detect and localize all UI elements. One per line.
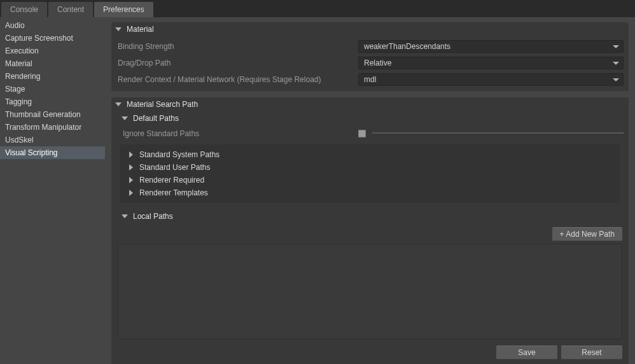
fold-label: Renderer Required — [139, 176, 204, 185]
ignore-paths-track — [372, 132, 624, 135]
sidebar-item-usdskel[interactable]: UsdSkel — [0, 134, 105, 146]
fold-standard-system-paths[interactable]: Standard System Paths — [120, 148, 620, 161]
preferences-sidebar: Audio Capture Screenshot Execution Mater… — [0, 17, 105, 364]
sidebar-item-thumbnail-generation[interactable]: Thumbnail Generation — [0, 108, 105, 121]
chevron-down-icon — [115, 27, 122, 31]
sidebar-item-tagging[interactable]: Tagging — [0, 95, 105, 108]
row-ignore-paths: Ignore Standard Paths — [116, 129, 624, 138]
render-context-value: mdl — [364, 75, 376, 84]
chevron-down-icon — [122, 214, 128, 218]
fold-label: Renderer Templates — [139, 188, 208, 197]
fold-standard-user-paths[interactable]: Standard User Paths — [120, 161, 620, 174]
fold-renderer-required[interactable]: Renderer Required — [120, 174, 620, 186]
binding-strength-label: Binding Strength — [116, 42, 358, 51]
chevron-right-icon — [129, 164, 133, 171]
add-path-row: + Add New Path — [116, 227, 624, 241]
tab-content[interactable]: Content — [48, 2, 93, 17]
render-context-label: Render Context / Material Network (Requi… — [116, 75, 358, 84]
local-paths-title: Local Paths — [133, 212, 173, 221]
chevron-right-icon — [129, 177, 133, 183]
chevron-right-icon — [129, 190, 133, 196]
search-path-panel: Material Search Path Default Paths Ignor… — [111, 97, 629, 364]
sidebar-item-visual-scripting[interactable]: Visual Scripting — [0, 146, 105, 159]
chevron-down-icon — [613, 62, 619, 65]
local-paths-listbox[interactable] — [118, 244, 622, 339]
content-area: Material Binding Strength weakerThanDesc… — [105, 17, 635, 364]
local-paths-header[interactable]: Local Paths — [118, 209, 624, 223]
fold-label: Standard System Paths — [139, 150, 220, 159]
material-panel: Material Binding Strength weakerThanDesc… — [111, 22, 629, 91]
panel-button-row: Save Reset — [116, 346, 624, 360]
default-paths-title: Default Paths — [133, 114, 179, 123]
chevron-down-icon — [122, 116, 128, 120]
material-panel-header[interactable]: Material — [111, 22, 629, 36]
default-paths-header[interactable]: Default Paths — [118, 111, 624, 125]
sidebar-item-stage[interactable]: Stage — [0, 83, 105, 95]
binding-strength-select[interactable]: weakerThanDescendants — [358, 40, 624, 53]
chevron-down-icon — [115, 102, 122, 106]
standard-paths-list: Standard System Paths Standard User Path… — [120, 144, 620, 203]
sidebar-item-rendering[interactable]: Rendering — [0, 70, 105, 83]
ignore-paths-label: Ignore Standard Paths — [116, 129, 358, 138]
material-panel-body: Binding Strength weakerThanDescendants D… — [111, 40, 629, 91]
search-path-body: Default Paths Ignore Standard Paths Stan… — [111, 111, 629, 364]
sidebar-item-material[interactable]: Material — [0, 57, 105, 70]
sidebar-item-execution[interactable]: Execution — [0, 45, 105, 57]
tab-console[interactable]: Console — [1, 2, 47, 17]
main-split: Audio Capture Screenshot Execution Mater… — [0, 17, 635, 364]
row-binding-strength: Binding Strength weakerThanDescendants — [116, 40, 624, 53]
sidebar-item-audio[interactable]: Audio — [0, 19, 105, 32]
drag-drop-label: Drag/Drop Path — [116, 59, 358, 67]
render-context-select[interactable]: mdl — [358, 73, 624, 86]
add-new-path-button[interactable]: + Add New Path — [552, 227, 622, 241]
material-panel-title: Material — [127, 25, 154, 34]
row-drag-drop: Drag/Drop Path Relative — [116, 57, 624, 69]
sidebar-item-transform-manipulator[interactable]: Transform Manipulator — [0, 121, 105, 134]
fold-renderer-templates[interactable]: Renderer Templates — [120, 186, 620, 199]
save-button[interactable]: Save — [496, 346, 557, 360]
chevron-down-icon — [613, 45, 619, 48]
binding-strength-value: weakerThanDescendants — [364, 42, 450, 51]
tab-row: Console Content Preferences — [0, 0, 635, 17]
row-render-context: Render Context / Material Network (Requi… — [116, 73, 624, 86]
search-path-title: Material Search Path — [127, 100, 198, 109]
chevron-down-icon — [613, 78, 619, 81]
fold-label: Standard User Paths — [139, 163, 210, 172]
drag-drop-select[interactable]: Relative — [358, 57, 624, 69]
search-path-header[interactable]: Material Search Path — [111, 97, 629, 111]
tab-preferences[interactable]: Preferences — [94, 2, 153, 17]
drag-drop-value: Relative — [364, 59, 391, 67]
reset-button[interactable]: Reset — [561, 346, 622, 360]
chevron-right-icon — [129, 151, 133, 158]
ignore-paths-checkbox[interactable] — [358, 130, 366, 137]
sidebar-item-capture-screenshot[interactable]: Capture Screenshot — [0, 32, 105, 45]
